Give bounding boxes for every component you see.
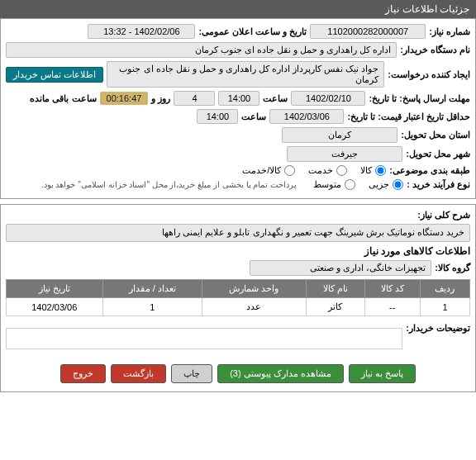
desc-label: شرح کلی نیاز: [417,210,470,221]
process-label: نوع فرآیند خرید : [407,179,470,190]
desc-value: خرید دستگاه نوماتیک برش شیرینگ جهت تعمیر… [6,224,470,242]
cell-row: 1 [420,298,469,316]
day-label: روز و [151,93,170,104]
th-unit: واحد شمارش [202,280,306,298]
details-panel: شماره نیاز: 1102000282000007 تاریخ و ساع… [0,18,476,199]
button-row: پاسخ به نیاز مشاهده مدارک پیوستی (3) چاپ… [6,358,470,386]
need-no-label: شماره نیاز: [429,26,470,37]
group-label: گروه کالا: [435,263,470,273]
proc-medium-input[interactable] [345,179,355,190]
cat-goods-input[interactable] [375,165,386,176]
time-label-2: ساعت [241,111,266,122]
validity-date: 1402/03/06 [269,109,344,124]
th-date: تاریخ نیاز [7,280,103,298]
requester-value: جواد نیک نفس کارپرداز اداره کل راهداری و… [107,61,384,88]
city-value: جیرفت [287,146,402,162]
items-table: ردیف کد کالا نام کالا واحد شمارش تعداد /… [6,279,470,316]
th-qty: تعداد / مقدار [102,280,202,298]
province-label: استان محل تحویل: [401,130,470,140]
attachments-button[interactable]: مشاهده مدارک پیوستی (3) [217,364,344,383]
cell-name: کاتر [306,298,364,316]
category-label: طبقه بندی موضوعی: [389,165,470,176]
cat-goods-service-radio[interactable]: کالا/خدمت [242,165,295,176]
countdown-timer: 00:16:47 [100,92,149,105]
buyer-label: نام دستگاه خریدار: [400,45,470,55]
province-value: کرمان [282,127,397,143]
proc-medium-radio[interactable]: متوسط [313,179,355,190]
reply-button[interactable]: پاسخ به نیاز [349,364,416,383]
proc-small-radio[interactable]: جزیی [369,179,403,190]
buyer-note-value [6,328,402,349]
th-row: ردیف [420,280,469,298]
validity-time: 14:00 [197,109,238,124]
cat-service-input[interactable] [336,165,347,176]
cat-goods-radio[interactable]: کالا [360,165,386,176]
buyer-note-label: توضیحات خریدار: [406,323,470,334]
announce-label: تاریخ و ساعت اعلان عمومی: [198,26,307,37]
process-note: پرداخت تمام یا بخشی از مبلغ خرید،از محل … [41,180,297,189]
cell-code: -- [364,298,420,316]
cat-service-radio[interactable]: خدمت [308,165,347,176]
cat-goods-service-input[interactable] [284,165,295,176]
reply-time: 14:00 [218,91,259,106]
items-panel: شرح کلی نیاز: خرید دستگاه نوماتیک برش شی… [0,204,476,392]
need-no-value: 1102000282000007 [310,24,426,39]
announce-value: 1402/02/06 - 13:32 [88,24,195,39]
contact-buyer-button[interactable]: اطلاعات تماس خریدار [6,67,103,83]
back-button[interactable]: بازگشت [111,364,166,383]
buyer-value: اداره کل راهداری و حمل و نقل جاده ای جنو… [6,42,397,58]
group-value: تجهیزات خانگی، اداری و صنعتی [250,260,431,276]
print-button[interactable]: چاپ [171,364,212,383]
table-row[interactable]: 1 -- کاتر عدد 1 1402/03/06 [7,298,470,316]
cell-date: 1402/03/06 [7,298,103,316]
items-section-title: اطلاعات کالاهای مورد نیاز [6,245,470,257]
remain-label: ساعت باقی مانده [30,93,96,104]
days-value: 4 [174,91,215,106]
reply-deadline-label: مهلت ارسال پاسخ: تا تاریخ: [369,93,470,104]
cell-unit: عدد [202,298,306,316]
time-label-1: ساعت [263,93,288,104]
th-name: نام کالا [306,280,364,298]
city-label: شهر محل تحویل: [406,149,470,159]
window-title: جزئیات اطلاعات نیاز [385,3,469,15]
reply-date: 1402/02/10 [291,91,365,106]
window-title-bar: جزئیات اطلاعات نیاز [0,0,476,18]
requester-label: ایجاد کننده درخواست: [388,69,470,80]
exit-button[interactable]: خروج [60,364,106,383]
proc-small-input[interactable] [393,179,403,190]
validity-label: حداقل تاریخ اعتبار قیمت: تا تاریخ: [347,111,470,122]
th-code: کد کالا [364,280,420,298]
cell-qty: 1 [102,298,202,316]
